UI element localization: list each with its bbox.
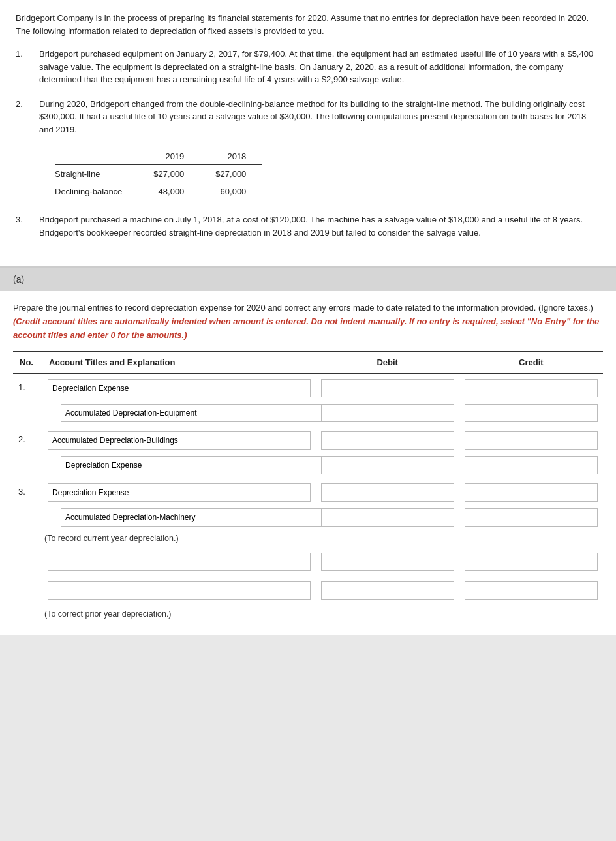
entry-1-debit-1-cell[interactable] [316, 376, 459, 401]
declining-balance-2018: 60,000 [200, 183, 262, 200]
instruction-red: (Credit account titles are automatically… [13, 316, 599, 340]
item-3-text: Bridgeport purchased a machine on July 1… [39, 213, 600, 239]
note-current: (To record current year depreciation.) [13, 530, 603, 547]
entry-1-row-2 [13, 401, 603, 425]
entry-3-credit-1-input[interactable] [465, 483, 598, 502]
item-2: 2. During 2020, Bridgeport changed from … [16, 98, 600, 136]
entry-3-account-2-input[interactable] [61, 508, 323, 527]
item-1-number: 1. [16, 48, 39, 86]
entry-2-debit-1-input[interactable] [321, 431, 454, 450]
header-credit: Credit [459, 352, 603, 373]
correction-credit-1-input[interactable] [465, 553, 598, 571]
correction-row-1 [13, 549, 603, 574]
item-2-text: During 2020, Bridgeport changed from the… [39, 98, 600, 136]
straight-line-label: Straight-line [55, 164, 138, 183]
table-header-row: No. Account Titles and Explanation Debit… [13, 352, 603, 373]
correction-credit-2-input[interactable] [465, 581, 598, 600]
entry-1-credit-2-cell[interactable] [459, 401, 603, 425]
note-prior: (To correct prior year depreciation.) [13, 605, 603, 622]
entry-2-row-2 [13, 453, 603, 478]
correction-account-1-cell[interactable] [42, 549, 315, 574]
entry-2-credit-1-cell[interactable] [459, 428, 603, 453]
entry-2-debit-1-cell[interactable] [316, 428, 459, 453]
entry-3-account-1-cell[interactable] [42, 480, 315, 505]
entry-1-credit-2-input[interactable] [465, 404, 598, 422]
correction-debit-2-cell[interactable] [316, 578, 459, 603]
entry-3-credit-2-input[interactable] [465, 508, 598, 527]
entry-3-row-2 [13, 505, 603, 530]
problem-description: Bridgeport Company is in the process of … [0, 0, 616, 268]
correction-row-2 [13, 578, 603, 603]
item-3-number: 3. [16, 213, 39, 239]
correction-spacer [13, 578, 42, 603]
entry-1-account-2-cell[interactable] [42, 401, 315, 425]
header-debit: Debit [316, 352, 459, 373]
correction-debit-1-cell[interactable] [316, 549, 459, 574]
correction-account-2-cell[interactable] [42, 578, 315, 603]
straight-line-2018: $27,000 [200, 164, 262, 183]
entry-1-debit-1-input[interactable] [321, 379, 454, 397]
correction-credit-2-cell[interactable] [459, 578, 603, 603]
entry-1-number: 1. [13, 376, 42, 401]
declining-balance-label: Declining-balance [55, 183, 138, 200]
journal-section: Prepare the journal entries to record de… [0, 291, 616, 635]
declining-balance-2019: 48,000 [138, 183, 200, 200]
entry-2-account-2-input[interactable] [61, 456, 323, 474]
entry-1-debit-2-cell[interactable] [316, 401, 459, 425]
entry-1-debit-2-input[interactable] [321, 404, 454, 422]
entry-3-debit-1-cell[interactable] [316, 480, 459, 505]
item-2-number: 2. [16, 98, 39, 136]
depreciation-comparison-table: 2019 2018 Straight-line $27,000 $27,000 … [55, 149, 262, 200]
entry-3-row-1: 3. [13, 480, 603, 505]
entry-1-credit-1-input[interactable] [465, 379, 598, 397]
correction-debit-1-input[interactable] [321, 553, 454, 571]
straight-line-2019: $27,000 [138, 164, 200, 183]
correction-credit-1-cell[interactable] [459, 549, 603, 574]
correction-number [13, 549, 42, 574]
entry-3-credit-2-cell[interactable] [459, 505, 603, 530]
entry-2-debit-2-cell[interactable] [316, 453, 459, 478]
entry-1-account-2-input[interactable] [61, 404, 323, 422]
entry-1-account-1-cell[interactable] [42, 376, 315, 401]
entry-2-debit-2-input[interactable] [321, 456, 454, 474]
col-header-2019: 2019 [138, 149, 200, 164]
instruction-normal: Prepare the journal entries to record de… [13, 303, 593, 313]
correction-account-1-input[interactable] [48, 553, 310, 571]
section-a-label: (a) [0, 268, 616, 291]
item-1-text: Bridgeport purchased equipment on Januar… [39, 48, 600, 86]
entry-3-debit-2-cell[interactable] [316, 505, 459, 530]
instruction-paragraph: Prepare the journal entries to record de… [13, 301, 603, 342]
entry-3-credit-1-cell[interactable] [459, 480, 603, 505]
entry-2-account-2-cell[interactable] [42, 453, 315, 478]
entry-3-spacer [13, 505, 42, 530]
entry-2-number: 2. [13, 428, 42, 453]
entry-3-debit-1-input[interactable] [321, 483, 454, 502]
entry-1-account-1-input[interactable] [48, 379, 310, 397]
entry-2-credit-2-cell[interactable] [459, 453, 603, 478]
entry-1-spacer [13, 401, 42, 425]
entry-3-account-2-cell[interactable] [42, 505, 315, 530]
entry-2-row-1: 2. [13, 428, 603, 453]
journal-table: No. Account Titles and Explanation Debit… [13, 351, 603, 622]
intro-paragraph: Bridgeport Company is in the process of … [16, 12, 600, 37]
entry-2-spacer [13, 453, 42, 478]
correction-account-2-input[interactable] [48, 581, 310, 600]
note-current-row: (To record current year depreciation.) [13, 530, 603, 547]
entry-2-account-1-cell[interactable] [42, 428, 315, 453]
entry-2-credit-1-input[interactable] [465, 431, 598, 450]
correction-debit-2-input[interactable] [321, 581, 454, 600]
header-account: Account Titles and Explanation [42, 352, 315, 373]
col-header-2018: 2018 [200, 149, 262, 164]
straight-line-row: Straight-line $27,000 $27,000 [55, 164, 262, 183]
answer-section: (a) Prepare the journal entries to recor… [0, 268, 616, 635]
entry-3-account-1-input[interactable] [48, 483, 310, 502]
item-1: 1. Bridgeport purchased equipment on Jan… [16, 48, 600, 86]
entry-3-debit-2-input[interactable] [321, 508, 454, 527]
header-no: No. [13, 352, 42, 373]
declining-balance-row: Declining-balance 48,000 60,000 [55, 183, 262, 200]
entry-2-credit-2-input[interactable] [465, 456, 598, 474]
entry-1-credit-1-cell[interactable] [459, 376, 603, 401]
item-3: 3. Bridgeport purchased a machine on Jul… [16, 213, 600, 239]
entry-2-account-1-input[interactable] [48, 431, 310, 450]
entry-1-row-1: 1. [13, 376, 603, 401]
